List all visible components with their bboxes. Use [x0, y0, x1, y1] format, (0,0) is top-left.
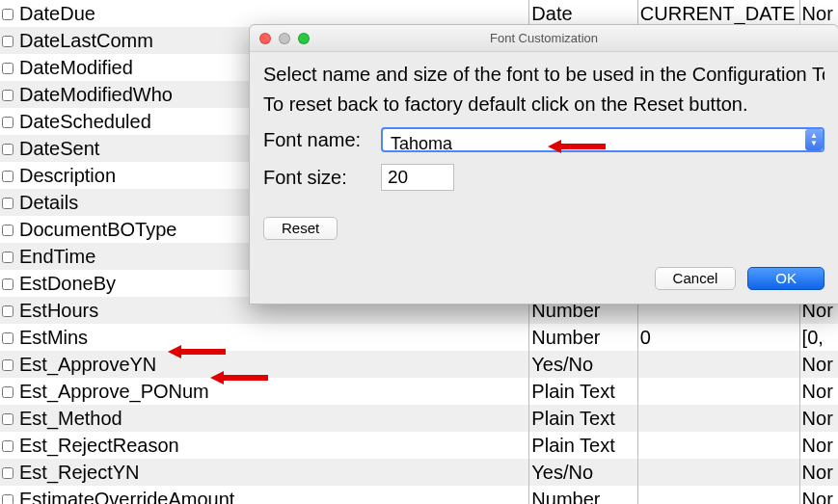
- row-checkbox-cell: [0, 486, 17, 504]
- row-checkbox-cell: [0, 135, 17, 162]
- row-checkbox[interactable]: [2, 467, 14, 479]
- row-checkbox-cell: [0, 27, 17, 54]
- row-last: Nor: [799, 378, 838, 405]
- row-name: Est_RejectYN: [17, 459, 529, 486]
- row-last: Nor: [799, 486, 838, 504]
- row-checkbox[interactable]: [2, 171, 14, 182]
- zoom-icon[interactable]: [298, 33, 310, 44]
- row-last: Nor: [799, 351, 838, 378]
- row-checkbox-cell: [0, 432, 17, 459]
- row-checkbox[interactable]: [2, 386, 14, 398]
- table-row[interactable]: Est_RejectYNYes/NoNor: [0, 459, 838, 486]
- row-checkbox-cell: [0, 81, 17, 108]
- row-checkbox-cell: [0, 216, 17, 243]
- row-value: [637, 486, 799, 504]
- row-type: Number: [529, 324, 637, 351]
- row-value: [637, 405, 799, 432]
- row-checkbox[interactable]: [2, 305, 14, 317]
- row-checkbox[interactable]: [2, 63, 14, 74]
- table-row[interactable]: Est_MethodPlain TextNor: [0, 405, 838, 432]
- row-type: Plain Text: [529, 432, 637, 459]
- row-checkbox-cell: [0, 162, 17, 189]
- row-checkbox-cell: [0, 270, 17, 297]
- row-checkbox-cell: [0, 243, 17, 270]
- row-name: EstimateOverrideAmount: [17, 486, 529, 504]
- row-checkbox[interactable]: [2, 359, 14, 371]
- row-checkbox-cell: [0, 405, 17, 432]
- table-row[interactable]: EstimateOverrideAmountNumberNor: [0, 486, 838, 504]
- row-checkbox-cell: [0, 459, 17, 486]
- row-checkbox[interactable]: [2, 36, 14, 47]
- row-name: Est_Approve_PONum: [17, 378, 529, 405]
- row-checkbox-cell: [0, 189, 17, 216]
- reset-button[interactable]: Reset: [263, 217, 338, 240]
- row-checkbox[interactable]: [2, 440, 14, 452]
- table-row[interactable]: Est_Approve_PONumPlain TextNor: [0, 378, 838, 405]
- row-value: [637, 432, 799, 459]
- font-customization-dialog: Font Customization Select name and size …: [249, 24, 838, 305]
- row-value: 0: [637, 324, 799, 351]
- close-icon[interactable]: [259, 33, 271, 44]
- row-last: Nor: [799, 0, 838, 27]
- row-value: [637, 378, 799, 405]
- row-checkbox-cell: [0, 297, 17, 324]
- dialog-instruction-2: To reset back to factory default click o…: [263, 93, 824, 116]
- row-checkbox-cell: [0, 0, 17, 27]
- table-row[interactable]: Est_ApproveYNYes/NoNor: [0, 351, 838, 378]
- row-checkbox[interactable]: [2, 144, 14, 155]
- row-checkbox-cell: [0, 54, 17, 81]
- cancel-button[interactable]: Cancel: [655, 267, 737, 290]
- table-row[interactable]: Est_RejectReasonPlain TextNor: [0, 432, 838, 459]
- row-value: [637, 351, 799, 378]
- font-name-select[interactable]: Tahoma ▲▼: [381, 127, 824, 152]
- row-name: Est_ApproveYN: [17, 351, 529, 378]
- row-type: Plain Text: [529, 405, 637, 432]
- row-last: Nor: [799, 432, 838, 459]
- font-name-value: Tahoma: [391, 133, 452, 154]
- row-checkbox[interactable]: [2, 332, 14, 344]
- font-size-label: Font size:: [263, 167, 381, 189]
- select-stepper-icon[interactable]: ▲▼: [805, 129, 823, 150]
- row-last: Nor: [799, 405, 838, 432]
- row-last: Nor: [799, 459, 838, 486]
- row-last: [0,: [799, 324, 838, 351]
- row-checkbox[interactable]: [2, 494, 14, 504]
- row-name: Est_Method: [17, 405, 529, 432]
- row-checkbox[interactable]: [2, 117, 14, 128]
- row-type: Date: [529, 0, 637, 27]
- dialog-title: Font Customization: [250, 31, 838, 45]
- font-size-input[interactable]: [381, 164, 454, 191]
- minimize-icon: [279, 33, 290, 44]
- row-value: [637, 459, 799, 486]
- titlebar: Font Customization: [250, 25, 838, 52]
- font-name-label: Font name:: [263, 129, 381, 151]
- row-checkbox[interactable]: [2, 279, 14, 290]
- row-checkbox-cell: [0, 108, 17, 135]
- row-type: Yes/No: [529, 351, 637, 378]
- table-row[interactable]: DateDueDateCURRENT_DATENor: [0, 0, 838, 27]
- row-value: CURRENT_DATE: [637, 0, 799, 27]
- row-checkbox[interactable]: [2, 225, 14, 236]
- ok-button[interactable]: OK: [747, 267, 824, 290]
- row-checkbox[interactable]: [2, 252, 14, 263]
- row-checkbox-cell: [0, 324, 17, 351]
- row-checkbox[interactable]: [2, 9, 14, 20]
- row-type: Plain Text: [529, 378, 637, 405]
- row-name: Est_RejectReason: [17, 432, 529, 459]
- table-row[interactable]: EstMinsNumber0[0,: [0, 324, 838, 351]
- row-checkbox[interactable]: [2, 90, 14, 101]
- row-checkbox[interactable]: [2, 413, 14, 425]
- row-checkbox-cell: [0, 378, 17, 405]
- row-name: DateDue: [17, 0, 529, 27]
- row-type: Number: [529, 486, 637, 504]
- row-checkbox[interactable]: [2, 198, 14, 209]
- row-checkbox-cell: [0, 351, 17, 378]
- dialog-instruction-1: Select name and size of the font to be u…: [263, 64, 824, 86]
- row-type: Yes/No: [529, 459, 637, 486]
- row-name: EstMins: [17, 324, 529, 351]
